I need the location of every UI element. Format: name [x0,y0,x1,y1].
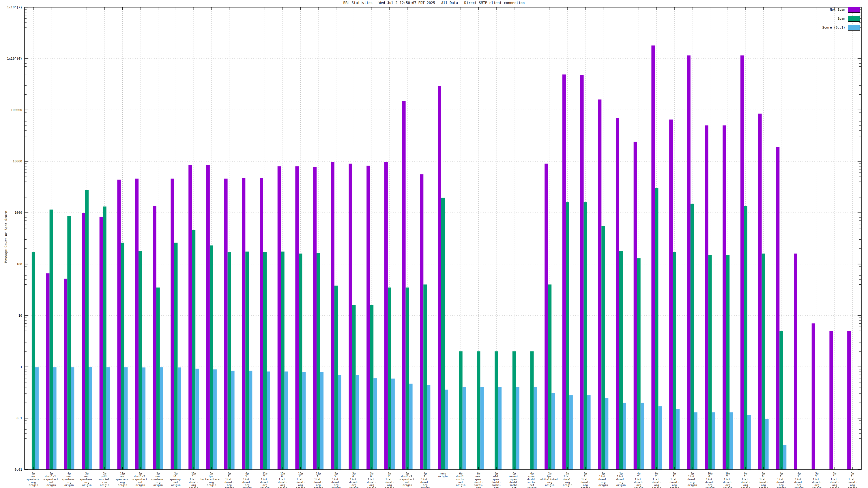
x-tick-label: 3@ [388,472,391,475]
x-tick-label: dnsbl-3. [401,475,413,478]
bar-spam [263,252,267,470]
x-tick-label: 2. [780,475,783,478]
x-tick-label: 0. [708,475,712,478]
x-tick-label: 1. [833,475,836,478]
x-tick-label: 2@ [406,472,409,475]
x-tick-label: org [548,481,552,484]
x-tick-label: dnsbl. [509,481,519,484]
x-tick-label: origin [135,484,145,487]
x-tick-label: dnswl. [189,481,198,484]
x-tick-label: origin [616,484,626,487]
bar-spam [530,351,534,469]
x-tick-label: net [405,481,409,484]
x-tick-label: sorbs. [527,481,537,484]
x-tick-label: list. [688,475,696,478]
bar-score [160,367,163,469]
x-tick-label: org [120,481,125,484]
bar-score [623,403,626,469]
bar-spam [210,246,213,469]
rbl-statistics-chart-page: 1x10^{7}1x10^{6}1000001000010001001010.1… [0,0,868,488]
x-tick-label: net [529,484,534,487]
x-tick-label: ips. [208,475,215,478]
x-tick-label: 6@ [459,472,462,475]
bar-spam [335,286,338,469]
x-tick-label: 6@ [495,472,498,475]
x-tick-label: origin [848,487,857,488]
y-tick-label: 1x10^{7} [7,5,22,9]
x-tick-label: 6@ [246,472,249,475]
bar-not-spam [722,126,726,469]
x-tick-label: org [334,484,339,487]
x-tick-label: origin [705,487,715,488]
bar-not-spam [598,99,601,469]
x-tick-label: origin [385,487,395,488]
x-tick-label: 5@ [335,472,338,475]
x-tick-label: 4@ [67,472,71,475]
bar-score [320,372,323,469]
bar-spam [744,206,747,469]
bar-not-spam [420,174,423,469]
x-tick-label: 11@ [191,472,196,475]
x-tick-label: 3@ [370,472,373,475]
bar-not-spam [794,254,797,469]
bar-spam [32,252,35,470]
x-tick-label: sorbs. [509,484,519,487]
x-tick-label: 11@ [316,472,321,475]
bar-spam [121,243,124,469]
x-tick-label: spamhaus. [116,478,130,481]
x-tick-label: origin [367,487,377,488]
x-tick-label: org [245,484,249,487]
x-tick-label: list. [599,475,607,478]
x-tick-label: origin [403,484,412,487]
x-tick-label: 3. [424,475,427,478]
x-tick-label: Y. [655,475,658,478]
x-tick-label: spamhaus. [62,478,76,481]
x-tick-label: 2@ [156,472,160,475]
bar-score [142,367,146,469]
x-tick-label: backscatterer. [200,478,222,481]
bar-score [249,370,252,469]
x-tick-label: list. [742,478,749,481]
x-tick-label: origin [421,487,430,488]
x-tick-label: none [440,472,446,475]
x-tick-label: 1. [673,475,676,478]
x-tick-label: dnsbl-1. [45,475,57,478]
bar-score [178,367,181,469]
x-tick-label: origin [64,484,74,487]
x-tick-label: spamhaus. [151,478,165,481]
x-tick-label: 9@ [32,472,35,475]
x-tick-label: 0@ [602,472,605,475]
x-tick-label: 3@ [833,472,836,475]
x-tick-label: dnsbl. [456,475,465,478]
legend-item-not-spam: Not Spam [823,7,860,12]
x-tick-label: list. [635,478,643,481]
x-tick-label: origin [758,487,768,488]
x-tick-label: org [690,481,694,484]
x-tick-label: spam. [528,475,536,478]
bar-not-spam [402,101,406,469]
bar-score [267,371,270,469]
x-tick-label: org [708,484,712,487]
x-tick-label: 15@ [280,472,285,475]
x-tick-label: org [31,481,36,484]
x-tick-label: dnswl. [705,481,715,484]
bar-not-spam [687,55,690,469]
bar-not-spam [135,178,138,469]
x-tick-label: org [565,481,570,484]
x-tick-label: org [725,484,730,487]
bar-score [747,415,751,469]
x-tick-label: list. [706,478,714,481]
x-tick-label: origin [812,487,822,488]
x-tick-label: dnswl. [421,481,430,484]
x-tick-label: origin [456,484,465,487]
x-tick-label: list. [582,478,589,481]
bar-not-spam [82,213,85,469]
x-tick-label: sorbs. [492,484,501,487]
x-tick-label: whitelisted. [540,478,559,481]
x-tick-label: 10@ [725,472,731,475]
x-tick-label: origin [741,487,750,488]
x-tick-label: 6@ [513,472,516,475]
x-tick-label: dnswl. [616,478,626,481]
bar-spam [477,351,480,469]
x-tick-label: uceprotect. [43,478,60,481]
